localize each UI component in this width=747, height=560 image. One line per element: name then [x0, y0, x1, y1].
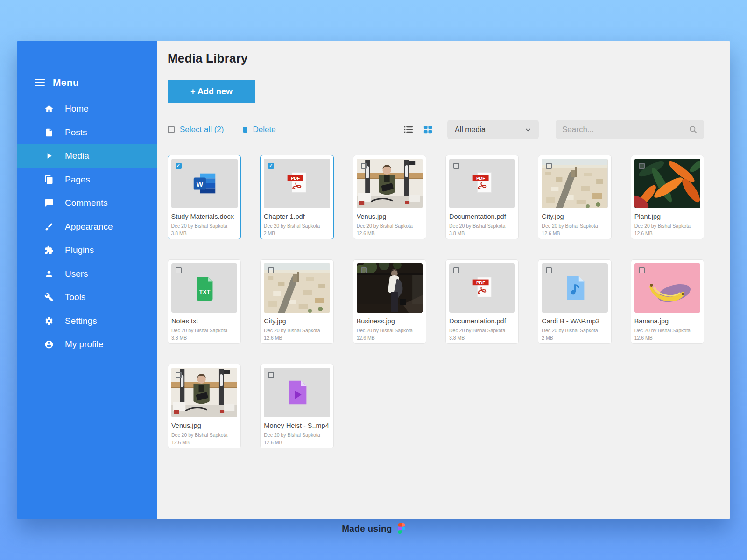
- plugin-icon: [44, 245, 54, 255]
- card-checkbox[interactable]: [176, 267, 182, 273]
- media-filter-dropdown[interactable]: All media: [447, 120, 539, 139]
- card-size: 12.6 MB: [542, 231, 607, 236]
- card-title: Plant.jpg: [634, 213, 700, 220]
- app-window: Menu Home Posts Media Pages Comments App…: [17, 41, 730, 519]
- card-checkbox[interactable]: [453, 267, 459, 273]
- card-thumbnail: [634, 263, 700, 313]
- card-checkbox[interactable]: [176, 163, 182, 169]
- card-meta: Dec 20 by Bishal Sapkota: [634, 223, 700, 229]
- card-thumbnail: [171, 368, 237, 417]
- card-meta: Dec 20 by Bishal Sapkota: [357, 223, 423, 229]
- svg-text:PDF: PDF: [476, 280, 485, 285]
- media-card[interactable]: Venus.jpg Dec 20 by Bishal Sapkota 12.6 …: [168, 364, 241, 448]
- card-meta: Dec 20 by Bishal Sapkota: [542, 328, 607, 333]
- card-meta: Dec 20 by Bishal Sapkota: [264, 328, 330, 333]
- pages-icon: [44, 175, 54, 184]
- media-card[interactable]: PDF Documentation.pdf Dec 20 by Bishal S…: [445, 259, 519, 344]
- card-title: Documentation.pdf: [449, 317, 515, 325]
- hamburger-icon[interactable]: [35, 79, 45, 86]
- card-title: Business.jpg: [357, 317, 423, 325]
- sidebar-item-home[interactable]: Home: [17, 97, 157, 121]
- media-grid: W Study Materials.docx Dec 20 by Bishal …: [168, 155, 704, 448]
- media-card[interactable]: W Study Materials.docx Dec 20 by Bishal …: [168, 155, 241, 239]
- sidebar-item-media[interactable]: Media: [17, 144, 157, 168]
- sidebar-item-tools[interactable]: Tools: [17, 286, 157, 309]
- media-card[interactable]: Plant.jpg Dec 20 by Bishal Sapkota 12.6 …: [631, 155, 704, 239]
- svg-text:PDF: PDF: [291, 175, 300, 180]
- sidebar-item-plugins[interactable]: Plugins: [17, 238, 157, 262]
- card-size: 12.6 MB: [357, 231, 423, 236]
- media-card[interactable]: Venus.jpg Dec 20 by Bishal Sapkota 12.6 …: [353, 155, 426, 239]
- sidebar-item-posts[interactable]: Posts: [17, 121, 157, 145]
- select-all-checkbox[interactable]: [168, 126, 175, 133]
- card-thumbnail: [264, 263, 330, 313]
- card-thumbnail: PDF: [449, 159, 515, 208]
- home-icon: [44, 104, 54, 113]
- sidebar-item-appearance[interactable]: Appearance: [17, 215, 157, 239]
- add-new-button[interactable]: + Add new: [168, 80, 255, 103]
- card-thumbnail: TXT: [171, 263, 237, 313]
- card-size: 12.6 MB: [634, 231, 700, 236]
- media-card[interactable]: Banana.jpg Dec 20 by Bishal Sapkota 12.6…: [631, 259, 704, 344]
- card-thumbnail: [542, 159, 607, 208]
- card-meta: Dec 20 by Bishal Sapkota: [171, 223, 238, 229]
- card-thumbnail: PDF: [449, 263, 515, 313]
- card-size: 12.6 MB: [171, 440, 237, 445]
- card-meta: Dec 20 by Bishal Sapkota: [264, 432, 330, 438]
- media-card[interactable]: Money Heist - S..mp4 Dec 20 by Bishal Sa…: [260, 364, 333, 448]
- sidebar-item-settings[interactable]: Settings: [17, 309, 157, 333]
- media-filter-value: All media: [455, 126, 486, 134]
- card-checkbox[interactable]: [453, 163, 459, 169]
- profile-icon: [44, 340, 54, 349]
- brush-icon: [44, 222, 54, 231]
- card-title: Notes.txt: [171, 317, 237, 325]
- svg-text:PDF: PDF: [476, 175, 485, 181]
- card-title: Study Materials.docx: [171, 213, 238, 220]
- media-card[interactable]: City.jpg Dec 20 by Bishal Sapkota 12.6 M…: [538, 155, 611, 239]
- media-card[interactable]: TXT Notes.txt Dec 20 by Bishal Sapkota 3…: [168, 259, 241, 344]
- card-title: City.jpg: [264, 317, 330, 325]
- card-checkbox[interactable]: [546, 163, 552, 169]
- sidebar-item-pages[interactable]: Pages: [17, 168, 157, 192]
- card-checkbox[interactable]: [176, 372, 182, 378]
- card-meta: Dec 20 by Bishal Sapkota: [264, 223, 330, 229]
- card-title: Documentation.pdf: [449, 213, 515, 220]
- card-checkbox[interactable]: [361, 163, 367, 169]
- search-icon[interactable]: [689, 125, 698, 134]
- sidebar-item-users[interactable]: Users: [17, 262, 157, 286]
- card-size: 12.6 MB: [634, 335, 700, 341]
- delete-button[interactable]: Delete: [241, 125, 275, 134]
- card-checkbox[interactable]: [268, 267, 274, 273]
- search-input[interactable]: [562, 125, 689, 134]
- media-card[interactable]: Business.jpg Dec 20 by Bishal Sapkota 12…: [353, 259, 426, 344]
- card-meta: Dec 20 by Bishal Sapkota: [171, 328, 237, 333]
- card-size: 3.8 MB: [449, 231, 515, 236]
- sidebar-item-comments[interactable]: Comments: [17, 191, 157, 215]
- media-card[interactable]: City.jpg Dec 20 by Bishal Sapkota 12.6 M…: [260, 259, 333, 344]
- sidebar-item-my-profile[interactable]: My profile: [17, 333, 157, 357]
- card-checkbox[interactable]: [268, 372, 274, 378]
- delete-label: Delete: [253, 125, 275, 134]
- card-checkbox[interactable]: [268, 163, 274, 169]
- card-meta: Dec 20 by Bishal Sapkota: [449, 223, 515, 229]
- card-title: City.jpg: [542, 213, 607, 220]
- card-checkbox[interactable]: [546, 267, 552, 273]
- card-checkbox[interactable]: [639, 267, 645, 273]
- media-card[interactable]: Cardi B - WAP.mp3 Dec 20 by Bishal Sapko…: [538, 259, 611, 344]
- user-icon: [44, 269, 54, 279]
- card-meta: Dec 20 by Bishal Sapkota: [449, 328, 515, 333]
- toolbar-right: All media: [402, 120, 704, 139]
- chevron-down-icon: [525, 126, 531, 133]
- grid-view-icon[interactable]: [423, 124, 433, 135]
- card-checkbox[interactable]: [361, 267, 367, 273]
- media-card[interactable]: PDF Documentation.pdf Dec 20 by Bishal S…: [445, 155, 519, 239]
- card-thumbnail: W: [171, 159, 238, 208]
- footer: Made using: [0, 523, 747, 534]
- menu-header[interactable]: Menu: [17, 41, 157, 88]
- media-card[interactable]: PDF Chapter 1.pdf Dec 20 by Bishal Sapko…: [260, 155, 333, 239]
- trash-icon: [241, 126, 249, 133]
- card-checkbox[interactable]: [639, 163, 645, 169]
- search-box: [556, 120, 704, 139]
- list-view-icon[interactable]: [402, 124, 414, 135]
- select-all-label[interactable]: Select all (2): [180, 125, 224, 134]
